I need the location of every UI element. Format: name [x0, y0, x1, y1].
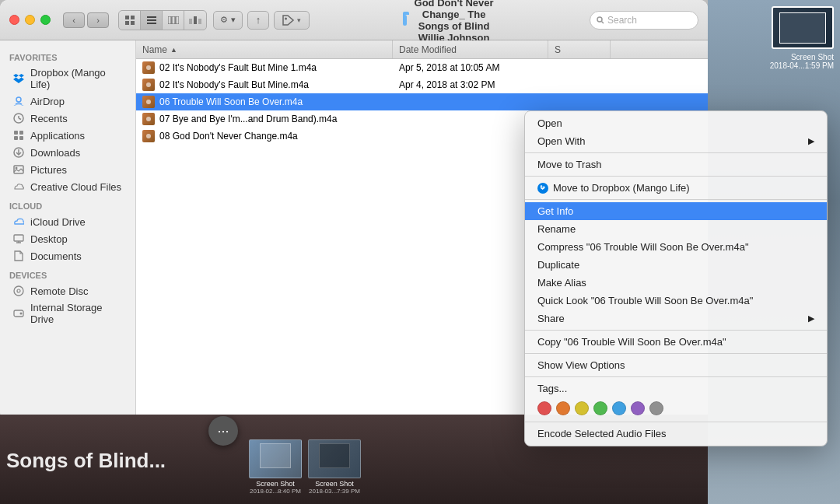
svg-rect-7 — [168, 16, 171, 24]
sidebar-label-airdrop: AirDrop — [30, 96, 65, 107]
separator-3 — [525, 199, 827, 200]
svg-point-36 — [146, 82, 151, 87]
dropdown-arrow: ▾ — [231, 15, 236, 25]
minimize-button[interactable] — [25, 15, 35, 25]
sidebar-item-pictures[interactable]: Pictures — [3, 161, 132, 178]
icloud-drive-icon — [12, 215, 25, 228]
downloads-icon — [12, 146, 25, 159]
svg-rect-23 — [19, 136, 23, 140]
menu-open-with[interactable]: Open With ▶ — [525, 132, 827, 150]
separator-4 — [525, 330, 827, 331]
svg-point-37 — [146, 100, 151, 104]
sidebar-label-downloads: Downloads — [30, 147, 80, 159]
icon-view-button[interactable] — [119, 11, 141, 30]
tag-gray[interactable] — [649, 401, 663, 415]
tag-purple[interactable] — [631, 401, 645, 415]
svg-point-13 — [285, 17, 287, 19]
maximize-button[interactable] — [40, 15, 51, 25]
svg-line-15 — [602, 21, 604, 23]
list-view-button[interactable] — [141, 11, 163, 30]
forward-button[interactable]: › — [87, 12, 109, 28]
file-row-1[interactable]: 02 It's Nobody's Fault But Mine 1.m4a Ap… — [136, 59, 708, 76]
sidebar-item-downloads[interactable]: Downloads — [3, 144, 132, 161]
music-thumb-2 — [142, 79, 155, 91]
col-header-size[interactable]: S — [548, 40, 611, 58]
menu-show-view-options[interactable]: Show View Options — [525, 356, 827, 374]
fab-button[interactable]: ··· — [208, 416, 238, 446]
screenshot-thumb-2[interactable] — [308, 439, 361, 478]
menu-copy[interactable]: Copy "06 Trouble Will Soon Be Over.m4a" — [525, 333, 827, 351]
tags-color-row — [525, 397, 827, 419]
menu-encode[interactable]: Encode Selected Audio Files — [525, 425, 827, 443]
sidebar-item-recents[interactable]: Recents — [3, 110, 132, 127]
menu-move-to-trash[interactable]: Move to Trash — [525, 156, 827, 173]
sidebar-label-internal-storage: Internal Storage Drive — [30, 302, 123, 325]
svg-rect-2 — [125, 21, 129, 25]
share-button[interactable]: ↑ — [247, 11, 269, 30]
menu-tags[interactable]: Tags... — [525, 380, 827, 397]
menu-compress[interactable]: Compress "06 Trouble Will Soon Be Over.m… — [525, 238, 827, 256]
svg-point-34 — [20, 313, 23, 315]
screenshot-label-2: Screen Shot — [308, 480, 361, 488]
menu-rename[interactable]: Rename — [525, 220, 827, 238]
sidebar-item-dropbox[interactable]: Dropbox (Mango Life) — [3, 65, 132, 93]
sidebar-item-internal-storage[interactable]: Internal Storage Drive — [3, 299, 132, 327]
tag-orange[interactable] — [556, 401, 570, 415]
svg-point-31 — [14, 286, 23, 296]
columns-icon — [168, 16, 179, 24]
tag-green[interactable] — [593, 401, 607, 415]
menu-make-alias[interactable]: Make Alias — [525, 274, 827, 292]
menu-get-info[interactable]: Get Info — [525, 202, 827, 220]
sidebar-item-desktop[interactable]: Desktop — [3, 230, 132, 247]
view-options-dropdown[interactable]: ⚙ ▾ — [213, 11, 243, 30]
search-icon — [597, 16, 604, 24]
tag-button[interactable]: ▾ — [274, 11, 310, 30]
sidebar-item-documents[interactable]: Documents — [3, 247, 132, 264]
pictures-icon — [12, 163, 25, 176]
search-box[interactable]: Search — [590, 11, 698, 30]
sidebar-label-applications: Applications — [30, 130, 85, 142]
tag-blue[interactable] — [612, 401, 626, 415]
file-name-5: 08 God Don't Never Change.m4a — [159, 131, 298, 142]
menu-duplicate[interactable]: Duplicate — [525, 256, 827, 274]
window-title-area: God Don't Never Change_ The Songs of Bli… — [403, 0, 496, 44]
menu-move-to-dropbox[interactable]: Move to Dropbox (Mango Life) — [525, 179, 827, 197]
sidebar-item-applications[interactable]: Applications — [3, 127, 132, 144]
column-view-button[interactable] — [163, 11, 184, 30]
dropbox-icon — [12, 72, 25, 85]
col-header-date[interactable]: Date Modified — [393, 40, 548, 58]
separator-1 — [525, 152, 827, 153]
sidebar-item-creative-cloud[interactable]: Creative Cloud Files — [3, 178, 132, 195]
file-row-3[interactable]: 06 Trouble Will Soon Be Over.m4a — [136, 93, 708, 110]
svg-point-39 — [146, 134, 151, 138]
sidebar-item-remote-disc[interactable]: Remote Disc — [3, 282, 132, 299]
cover-flow-button[interactable] — [184, 11, 206, 30]
screenshot-date-1: 2018-02...8:40 PM — [249, 488, 302, 495]
file-name-4: 07 Bye and Bye I'm...and Drum Band).m4a — [159, 114, 337, 124]
sidebar-label-documents: Documents — [30, 250, 82, 262]
close-button[interactable] — [9, 15, 19, 25]
svg-rect-8 — [172, 16, 175, 24]
screen-shot-thumbs-area: Screen Shot 2018-02...8:40 PM Screen Sho… — [249, 433, 361, 504]
context-menu: Open Open With ▶ Move to Trash Move to D… — [524, 110, 828, 446]
tag-yellow[interactable] — [575, 401, 589, 415]
col-header-name[interactable]: Name ▲ — [136, 40, 393, 58]
svg-point-38 — [146, 117, 151, 121]
creative-cloud-icon — [12, 180, 25, 193]
sidebar-item-icloud-drive[interactable]: iCloud Drive — [3, 213, 132, 230]
menu-share[interactable]: Share ▶ — [525, 310, 827, 327]
back-button[interactable]: ‹ — [63, 12, 85, 28]
sidebar-item-airdrop[interactable]: AirDrop — [3, 93, 132, 110]
tag-red[interactable] — [537, 401, 551, 415]
menu-quick-look[interactable]: Quick Look "06 Trouble Will Soon Be Over… — [525, 292, 827, 310]
window-title: God Don't Never Change_ The Songs of Bli… — [411, 0, 496, 44]
file-row-2[interactable]: 02 It's Nobody's Fault But Mine.m4a Apr … — [136, 76, 708, 93]
menu-open[interactable]: Open — [525, 114, 827, 132]
share-arrow: ▶ — [808, 313, 814, 324]
icloud-header: iCloud — [0, 195, 135, 213]
svg-point-16 — [16, 97, 21, 102]
dropbox-menu-icon — [537, 183, 548, 194]
screenshot-thumb-1[interactable] — [249, 439, 302, 478]
tag-icon — [282, 15, 295, 26]
desktop-screenshot-info: Screen Shot 2018-04...1:59 PM — [770, 53, 834, 70]
